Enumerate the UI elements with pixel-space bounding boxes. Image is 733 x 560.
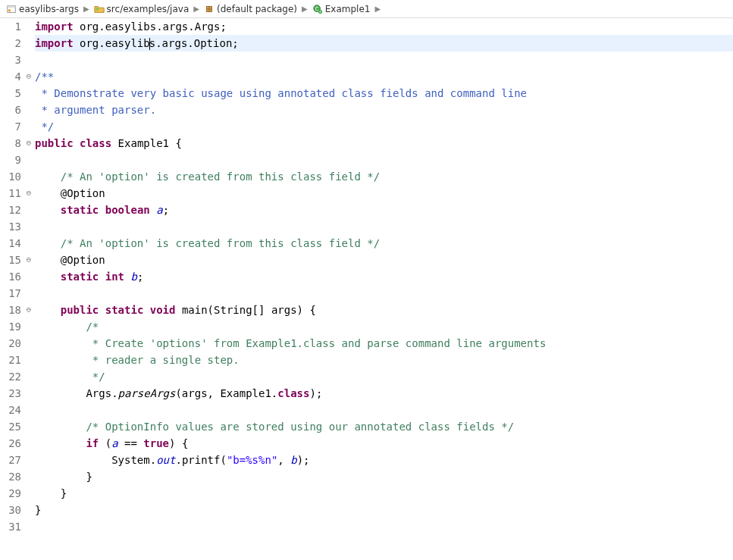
line-number[interactable]: 21 — [0, 352, 21, 368]
code-line[interactable]: */ — [35, 368, 733, 385]
fold-empty — [24, 285, 33, 302]
line-number[interactable]: 9 — [0, 152, 21, 168]
fold-empty — [24, 452, 33, 468]
token-kw: if — [86, 437, 99, 449]
editor-area[interactable]: 1234567891011121314151617181920212223242… — [0, 18, 733, 560]
line-number[interactable]: 6 — [0, 102, 21, 118]
line-number[interactable]: 23 — [0, 385, 21, 402]
code-line[interactable]: @Option — [35, 185, 733, 202]
line-number[interactable]: 13 — [0, 218, 21, 235]
token-plain — [143, 304, 149, 316]
token-comment: /* OptionInfo values are stored using ou… — [86, 421, 514, 433]
line-number-gutter[interactable]: 1234567891011121314151617181920212223242… — [0, 18, 24, 560]
line-number[interactable]: 17 — [0, 285, 21, 302]
code-line[interactable] — [35, 152, 733, 168]
line-number[interactable]: 26 — [0, 435, 21, 452]
line-number[interactable]: 3 — [0, 52, 21, 68]
line-number[interactable]: 22 — [0, 368, 21, 385]
line-number[interactable]: 31 — [0, 518, 21, 535]
code-line[interactable]: @Option — [35, 252, 733, 268]
line-number[interactable]: 29 — [0, 485, 21, 502]
line-number[interactable]: 7 — [0, 118, 21, 135]
code-line[interactable]: static int b; — [35, 268, 733, 285]
code-line[interactable]: import org.easylibs.args.Option; — [35, 35, 733, 52]
svg-rect-1 — [8, 5, 16, 8]
code-area[interactable]: import org.easylibs.args.Args;import org… — [33, 18, 733, 560]
breadcrumb-source-folder[interactable]: src/examples/java — [91, 4, 193, 14]
code-line[interactable] — [35, 52, 733, 68]
breadcrumb-package[interactable]: (default package) — [201, 4, 300, 14]
token-comment: /* — [86, 321, 99, 333]
line-number[interactable]: 27 — [0, 452, 21, 468]
token-plain — [35, 321, 86, 333]
code-line[interactable]: Args.parseArgs(args, Example1.class); — [35, 385, 733, 402]
code-line[interactable]: static boolean a; — [35, 202, 733, 218]
code-line[interactable] — [35, 218, 733, 235]
token-plain — [150, 204, 156, 216]
line-number[interactable]: 4 — [0, 68, 21, 85]
line-number[interactable]: 1 — [0, 18, 21, 35]
code-line[interactable]: /* — [35, 318, 733, 335]
token-field-static: b — [130, 271, 136, 283]
fold-column[interactable]: ⊖⊖⊖⊖⊖ — [24, 18, 33, 560]
fold-empty — [24, 218, 33, 235]
line-number[interactable]: 25 — [0, 418, 21, 435]
breadcrumb-project[interactable]: easylibs-args — [3, 4, 82, 14]
code-line[interactable]: * Create 'options' from Example1.class a… — [35, 335, 733, 352]
breadcrumb-bar: easylibs-args ▶ src/examples/java ▶ (def… — [0, 0, 733, 18]
line-number[interactable]: 8 — [0, 135, 21, 152]
line-number[interactable]: 2 — [0, 35, 21, 52]
code-line[interactable]: if (a == true) { — [35, 435, 733, 452]
line-number[interactable]: 24 — [0, 402, 21, 418]
code-line[interactable]: System.out.printf("b=%s%n", b); — [35, 452, 733, 468]
token-plain — [35, 354, 86, 366]
fold-toggle-icon[interactable]: ⊖ — [24, 252, 33, 268]
code-line[interactable]: /* An 'option' is created from this clas… — [35, 235, 733, 252]
line-number[interactable]: 20 — [0, 335, 21, 352]
code-line[interactable]: */ — [35, 118, 733, 135]
project-icon — [6, 4, 17, 14]
token-plain — [35, 204, 61, 216]
token-kw: class — [80, 137, 111, 149]
fold-empty — [24, 152, 33, 168]
code-line[interactable] — [35, 402, 733, 418]
code-line[interactable]: /** — [35, 68, 733, 85]
code-line[interactable]: * reader a single step. — [35, 352, 733, 368]
code-line[interactable]: public class Example1 { — [35, 135, 733, 152]
line-number[interactable]: 28 — [0, 468, 21, 485]
line-number[interactable]: 19 — [0, 318, 21, 335]
breadcrumb-class[interactable]: C Example1 — [309, 4, 374, 14]
fold-toggle-icon[interactable]: ⊖ — [24, 302, 33, 318]
code-line[interactable]: } — [35, 485, 733, 502]
chevron-right-icon: ▶ — [82, 5, 91, 13]
fold-toggle-icon[interactable]: ⊖ — [24, 185, 33, 202]
code-line[interactable]: * Demonstrate very basic usage using ann… — [35, 85, 733, 102]
token-plain: } — [35, 471, 92, 483]
line-number[interactable]: 15 — [0, 252, 21, 268]
line-number[interactable]: 16 — [0, 268, 21, 285]
token-kw: static — [105, 304, 144, 316]
code-line[interactable]: /* An 'option' is created from this clas… — [35, 168, 733, 185]
fold-toggle-icon[interactable]: ⊖ — [24, 135, 33, 152]
code-line[interactable]: } — [35, 468, 733, 485]
fold-empty — [24, 235, 33, 252]
line-number[interactable]: 12 — [0, 202, 21, 218]
code-line[interactable]: * argument parser. — [35, 102, 733, 118]
code-line[interactable] — [35, 285, 733, 302]
line-number[interactable]: 30 — [0, 502, 21, 518]
token-kw: public — [35, 137, 74, 149]
line-number[interactable]: 10 — [0, 168, 21, 185]
token-plain: ( — [99, 437, 111, 449]
line-number[interactable]: 18 — [0, 302, 21, 318]
code-line[interactable]: import org.easylibs.args.Args; — [35, 18, 733, 35]
code-line[interactable]: public static void main(String[] args) { — [35, 302, 733, 318]
fold-toggle-icon[interactable]: ⊖ — [24, 68, 33, 85]
line-number[interactable]: 14 — [0, 235, 21, 252]
line-number[interactable]: 5 — [0, 85, 21, 102]
code-line[interactable]: /* OptionInfo values are stored using ou… — [35, 418, 733, 435]
code-line[interactable]: } — [35, 502, 733, 518]
code-line[interactable] — [35, 518, 733, 535]
line-number[interactable]: 11 — [0, 185, 21, 202]
token-plain: } — [35, 504, 41, 516]
token-plain: Example1 { — [111, 137, 182, 149]
